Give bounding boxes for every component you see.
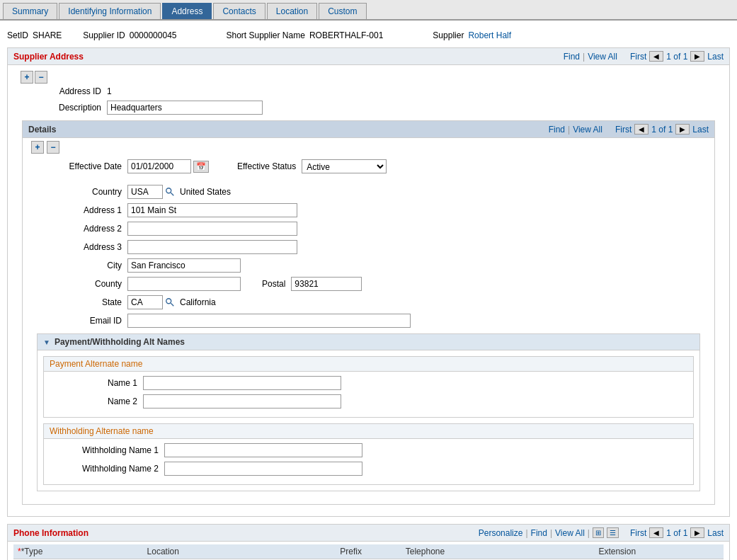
col-actions: [678, 544, 724, 559]
supplier-name-value: Robert Half: [468, 30, 511, 40]
phone-find[interactable]: Find: [531, 528, 547, 538]
supplier-id-value: 0000000045: [130, 30, 177, 40]
phone-grid-icon[interactable]: ⊞: [593, 527, 604, 538]
address2-input[interactable]: [127, 222, 297, 236]
tab-address[interactable]: Address: [162, 3, 212, 19]
payment-withholding-header[interactable]: ▼ Payment/Withholding Alt Names: [38, 334, 699, 350]
payment-name2-label: Name 2: [52, 396, 137, 406]
phone-next-btn[interactable]: ▶: [690, 527, 704, 538]
tab-identifying[interactable]: Identifying Information: [59, 3, 161, 19]
address3-row: Address 3: [37, 240, 700, 254]
details-first[interactable]: First: [615, 125, 632, 135]
payment-name1-input[interactable]: [143, 376, 341, 390]
phone-title: Phone Information: [13, 528, 88, 538]
effective-status-select[interactable]: Active Inactive: [302, 159, 387, 173]
tab-bar: Summary Identifying Information Address …: [0, 0, 737, 21]
county-input[interactable]: [127, 277, 241, 291]
address-id-row: Address ID 1: [16, 86, 721, 96]
supplier-address-body: + − Address ID 1 Description Details Fin…: [8, 65, 729, 516]
remove-address-btn[interactable]: −: [35, 71, 47, 84]
details-last[interactable]: Last: [692, 125, 709, 135]
address2-row: Address 2: [37, 222, 700, 236]
phone-list-icon[interactable]: ☰: [607, 527, 619, 538]
address1-label: Address 1: [37, 205, 122, 215]
phone-page: 1 of 1: [666, 528, 687, 538]
details-find[interactable]: Find: [549, 125, 565, 135]
phone-last[interactable]: Last: [707, 528, 724, 538]
county-postal-row: County Postal: [37, 277, 700, 291]
postal-input[interactable]: [291, 277, 362, 291]
tab-contacts[interactable]: Contacts: [213, 3, 265, 19]
state-search-icon[interactable]: [164, 297, 176, 308]
col-location: Location: [143, 544, 336, 559]
phone-viewall[interactable]: View All: [555, 528, 585, 538]
svg-point-2: [166, 299, 171, 304]
effective-date-label: Effective Date: [37, 161, 122, 171]
supplier-name-field: Supplier Robert Half: [433, 30, 511, 40]
setid-label: SetID: [7, 30, 28, 40]
payment-name1-row: Name 1: [52, 376, 685, 390]
withholding-name2-label: Withholding Name 2: [52, 464, 159, 474]
svg-line-3: [171, 303, 173, 306]
remove-detail-btn[interactable]: −: [47, 141, 59, 154]
setid-field: SetID SHARE: [7, 30, 62, 40]
phone-nav: Personalize | Find | View All | ⊞ ☰ Firs…: [479, 527, 724, 538]
description-input[interactable]: [107, 101, 263, 115]
city-input[interactable]: [127, 258, 241, 273]
phone-personalize[interactable]: Personalize: [479, 528, 523, 538]
supplier-address-title: Supplier Address: [13, 52, 84, 62]
add-address-btn[interactable]: +: [21, 71, 33, 84]
withholding-name1-input[interactable]: [164, 443, 362, 457]
payment-withholding-title: Payment/Withholding Alt Names: [55, 337, 185, 347]
country-input[interactable]: [127, 185, 163, 199]
state-input[interactable]: [127, 295, 163, 309]
country-label: Country: [37, 187, 122, 197]
details-next-btn[interactable]: ▶: [675, 124, 690, 135]
payment-name2-input[interactable]: [143, 394, 341, 408]
supplier-name-label: Supplier: [433, 30, 464, 40]
details-prev-btn[interactable]: ◀: [634, 124, 649, 135]
supplier-id-label: Supplier ID: [83, 30, 125, 40]
postal-label: Postal: [262, 279, 285, 289]
effective-date-input[interactable]: [127, 159, 191, 173]
supplier-id-field: Supplier ID 0000000045: [83, 30, 176, 40]
withholding-name1-label: Withholding Name 1: [52, 445, 159, 455]
calendar-icon[interactable]: 📅: [193, 161, 209, 173]
supplier-address-next-btn[interactable]: ▶: [690, 51, 704, 62]
short-name-field: Short Supplier Name ROBERTHALF-001: [226, 30, 383, 40]
payment-alt-body: Name 1 Name 2: [44, 372, 693, 417]
supplier-address-last[interactable]: Last: [707, 52, 724, 62]
phone-prev-btn[interactable]: ◀: [649, 527, 663, 538]
county-label: County: [37, 279, 122, 289]
add-detail-btn[interactable]: +: [31, 141, 44, 154]
tab-summary[interactable]: Summary: [3, 3, 57, 19]
supplier-address-nav: Find | View All First ◀ 1 of 1 ▶ Last: [564, 51, 724, 62]
withholding-name1-row: Withholding Name 1: [52, 443, 685, 457]
phone-table-header-row: **Type Location Prefix Telephone Extensi…: [13, 544, 724, 559]
withholding-alt-body: Withholding Name 1 Withholding Name 2: [44, 439, 693, 484]
phone-header: Phone Information Personalize | Find | V…: [8, 525, 729, 542]
payment-alt-section: Payment Alternate name Name 1 Name 2: [43, 356, 694, 418]
country-search-icon[interactable]: [164, 186, 176, 198]
supplier-address-find[interactable]: Find: [564, 52, 580, 62]
tab-custom[interactable]: Custom: [319, 3, 366, 19]
address1-input[interactable]: [127, 203, 297, 217]
details-add-remove: + −: [23, 138, 714, 155]
details-viewall[interactable]: View All: [573, 125, 602, 135]
state-row: State California: [37, 295, 700, 309]
effective-status-label: Effective Status: [237, 161, 296, 171]
address3-input[interactable]: [127, 240, 297, 254]
withholding-alt-title: Withholding Alternate name: [50, 426, 154, 436]
withholding-name2-row: Withholding Name 2: [52, 462, 685, 476]
supplier-address-viewall[interactable]: View All: [588, 52, 617, 62]
address-id-label: Address ID: [16, 86, 101, 96]
withholding-name2-input[interactable]: [164, 462, 362, 476]
email-input[interactable]: [127, 314, 411, 328]
tab-location[interactable]: Location: [267, 3, 317, 19]
email-label: Email ID: [37, 316, 122, 326]
country-row: Country United States: [37, 185, 700, 199]
supplier-address-prev-btn[interactable]: ◀: [649, 51, 663, 62]
supplier-address-first[interactable]: First: [630, 52, 646, 62]
phone-first[interactable]: First: [630, 528, 646, 538]
details-nav: Find | View All First ◀ 1 of 1 ▶ Last: [549, 124, 709, 135]
